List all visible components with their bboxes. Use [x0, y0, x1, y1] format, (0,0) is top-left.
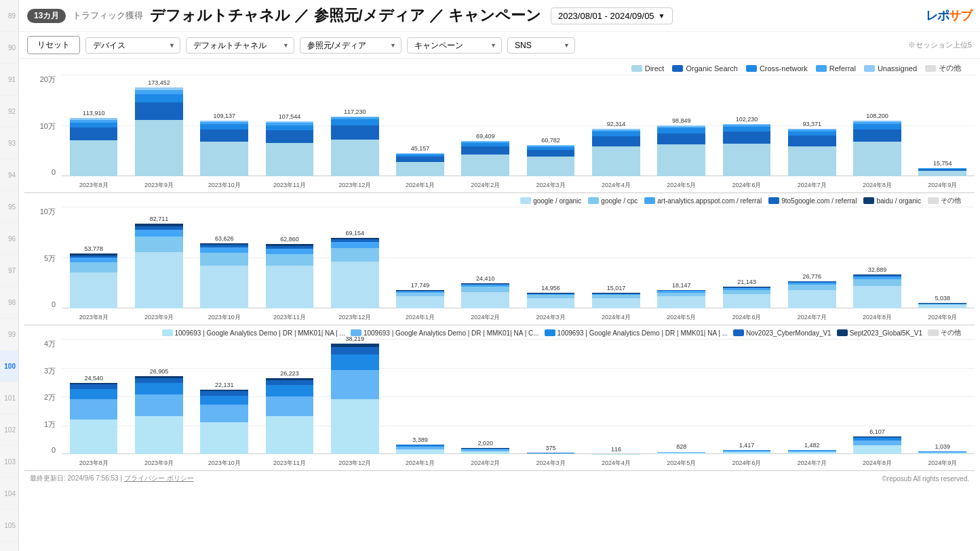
bar-stack — [135, 87, 183, 176]
bar-segment — [135, 378, 183, 384]
bar-segment — [200, 396, 248, 405]
referral-select[interactable]: 参照元/メディア — [300, 37, 401, 54]
session-note: ※セッション上位5 — [908, 40, 972, 50]
bar-group: 26,2232023年11月 — [258, 339, 321, 454]
bar-group: 24,5402023年8月 — [62, 339, 125, 454]
bar-segment — [135, 416, 183, 454]
x-axis-label: 2024年7月 — [798, 459, 827, 468]
bar-segment — [200, 124, 248, 129]
bar-segment — [527, 453, 575, 454]
bar-group: 26,9052023年9月 — [127, 339, 191, 454]
bar-value-label: 82,711 — [127, 216, 191, 222]
bar-value-label: 375 — [519, 445, 583, 451]
chart3-y-axis: 4万 3万 2万 1万 0 — [24, 339, 60, 454]
bar-group: 14,9562024年3月 — [519, 207, 583, 308]
referral-filter: 参照元/メディア ▼ — [300, 37, 401, 54]
bar-segment — [266, 396, 314, 417]
bar-segment — [135, 237, 183, 252]
bar-value-label: 1,039 — [911, 443, 975, 450]
bar-value-label: 1,482 — [780, 442, 844, 449]
bar-value-label: 53,778 — [62, 245, 125, 252]
bar-group: 1,4172024年6月 — [715, 339, 779, 454]
bar-group: 173,4522023年9月 — [127, 75, 191, 176]
bar-segment — [461, 451, 509, 454]
bar-segment — [723, 294, 771, 308]
bar-group: 69,1542023年12月 — [323, 207, 387, 308]
bar-segment — [70, 140, 118, 176]
bar-stack — [461, 448, 509, 454]
bar-stack — [853, 121, 901, 176]
bar-group: 69,4092024年2月 — [454, 75, 517, 176]
bar-segment — [723, 131, 771, 143]
bar-value-label: 17,749 — [388, 282, 452, 289]
channel-select[interactable]: デフォルトチャネル — [186, 37, 294, 54]
reset-button[interactable]: リセット — [27, 36, 80, 54]
bar-segment — [853, 445, 901, 454]
legend-cross-network: Cross-network — [746, 64, 808, 73]
x-axis-label: 2023年12月 — [338, 313, 371, 322]
chart1-section: Direct Organic Search Cross-network Refe… — [24, 59, 975, 193]
bar-value-label: 26,223 — [258, 370, 321, 377]
x-axis-label: 2024年6月 — [732, 181, 761, 190]
x-axis-label: 2024年2月 — [471, 181, 500, 190]
x-axis-label: 2024年2月 — [471, 459, 500, 468]
chart2-section: google / organic google / cpc art-analyt… — [24, 193, 975, 325]
bar-segment — [70, 399, 118, 420]
bar-group: 45,1572024年1月 — [388, 75, 452, 176]
x-axis-label: 2023年11月 — [273, 313, 306, 322]
bar-segment — [853, 441, 901, 445]
bar-segment — [331, 242, 379, 248]
bar-segment — [70, 127, 118, 140]
x-axis-label: 2023年8月 — [79, 459, 109, 468]
bar-group: 82,7112023年9月 — [127, 207, 191, 308]
bar-value-label: 5,038 — [911, 295, 975, 302]
x-axis-label: 2024年1月 — [406, 181, 435, 190]
update-date: 最終更新日: 2024/9/6 7:56:53 — [30, 474, 119, 482]
bar-stack — [461, 283, 509, 308]
bar-value-label: 107,544 — [258, 113, 321, 120]
bar-stack — [723, 450, 771, 454]
bar-segment — [788, 146, 836, 176]
x-axis-label: 2023年12月 — [338, 459, 371, 468]
bar-segment — [331, 370, 379, 399]
bar-value-label: 22,131 — [193, 382, 256, 388]
bar-stack — [200, 121, 248, 176]
x-axis-label: 2024年7月 — [798, 313, 827, 322]
bar-stack — [918, 303, 966, 308]
traffic-label: トラフィック獲得 — [73, 9, 143, 22]
logo: レポサブ — [926, 7, 972, 24]
bar-value-label: 173,452 — [127, 79, 191, 86]
bar-segment — [853, 279, 901, 286]
privacy-link[interactable]: プライバシー ポリシー — [124, 474, 194, 482]
bar-value-label: 3,389 — [388, 436, 452, 443]
bar-group: 17,7492024年1月 — [388, 207, 452, 308]
device-filter: デバイス ▼ — [85, 37, 180, 54]
bar-segment — [657, 144, 705, 176]
bar-value-label: 32,889 — [845, 266, 909, 273]
date-range-button[interactable]: 2023/08/01 - 2024/09/05 ▼ — [551, 7, 673, 24]
chart1-legend: Direct Organic Search Cross-network Refe… — [24, 59, 975, 75]
bar-stack — [527, 145, 575, 176]
bar-segment — [592, 298, 640, 308]
bar-stack — [853, 274, 901, 308]
bar-segment — [853, 129, 901, 142]
bar-value-label: 24,410 — [454, 275, 517, 282]
bar-segment — [331, 347, 379, 354]
campaign-select[interactable]: キャンペーン — [407, 37, 502, 54]
bar-stack — [70, 253, 118, 308]
bar-segment — [70, 420, 118, 454]
device-select[interactable]: デバイス — [85, 37, 180, 54]
bar-value-label: 109,137 — [193, 113, 256, 119]
bar-segment — [527, 157, 575, 176]
bar-stack — [396, 290, 444, 308]
bar-stack — [657, 290, 705, 308]
bar-group: 98,8492024年5月 — [650, 75, 713, 176]
bar-segment — [788, 136, 836, 146]
bar-value-label: 93,371 — [780, 121, 844, 127]
bar-segment — [135, 252, 183, 308]
bar-value-label: 102,230 — [715, 116, 779, 123]
bar-group: 32,8892024年8月 — [845, 207, 909, 308]
sns-select[interactable]: SNS — [507, 37, 575, 54]
bar-group: 1,0392024年9月 — [911, 339, 975, 454]
bar-segment — [331, 125, 379, 140]
